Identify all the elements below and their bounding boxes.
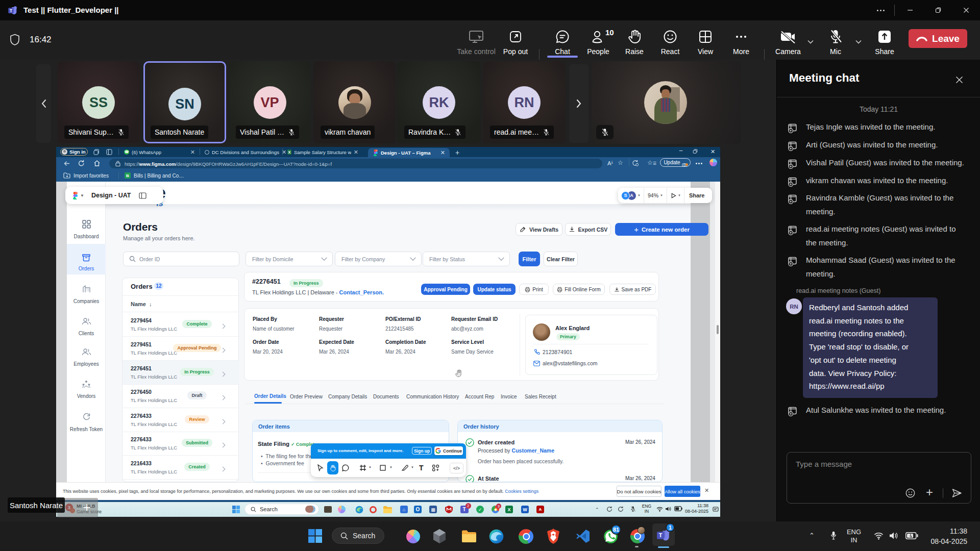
svg-text:T: T xyxy=(10,8,12,13)
svg-text:T: T xyxy=(658,532,662,538)
